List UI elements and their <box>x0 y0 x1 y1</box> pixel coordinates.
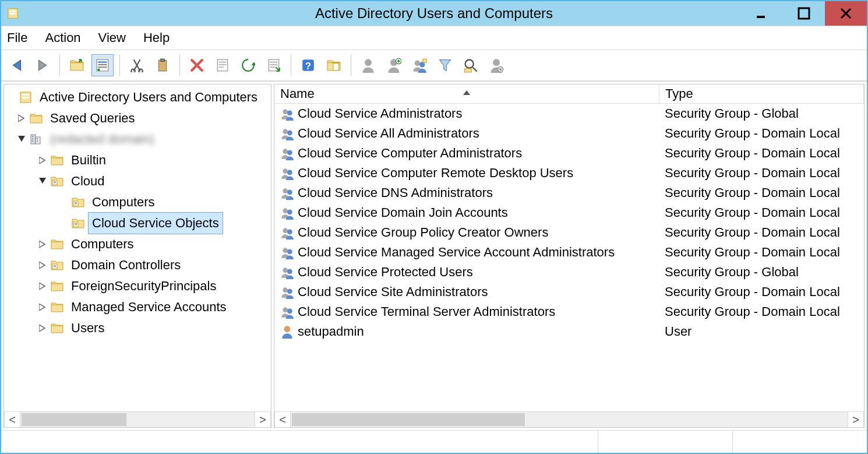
list-body: Cloud Service AdministratorsSecurity Gro… <box>274 104 864 411</box>
cell-type: Security Group - Domain Local <box>659 146 864 161</box>
tree-pane: Active Directory Users and Computers Sav… <box>3 84 271 428</box>
status-bar <box>1 430 867 453</box>
ou-icon <box>72 196 84 209</box>
collapse-icon[interactable] <box>17 135 26 144</box>
scroll-left-button[interactable]: < <box>4 412 20 427</box>
list-row[interactable]: Cloud Service Site AdministratorsSecurit… <box>274 282 864 302</box>
cut-button[interactable] <box>126 54 148 76</box>
delete-button[interactable] <box>186 54 208 76</box>
list-row[interactable]: setupadminUser <box>274 322 864 342</box>
tree-builtin[interactable]: Builtin <box>6 150 269 171</box>
tree-domain-controllers[interactable]: Domain Controllers <box>6 255 269 276</box>
group-icon <box>280 206 294 220</box>
expand-icon[interactable] <box>38 281 47 291</box>
group-icon <box>280 107 294 121</box>
tree-cloud-computers[interactable]: Computers <box>6 192 269 213</box>
list-row[interactable]: Cloud Service DNS AdministratorsSecurity… <box>274 183 864 203</box>
list-row[interactable]: Cloud Service Group Policy Creator Owner… <box>274 223 864 242</box>
cell-type: Security Group - Global <box>659 265 864 280</box>
spacer <box>59 198 68 207</box>
list-row[interactable]: Cloud Service Computer Remote Desktop Us… <box>274 163 864 183</box>
scroll-thumb[interactable] <box>292 413 525 426</box>
tree-users[interactable]: Users <box>6 318 269 339</box>
tree-computers[interactable]: Computers <box>6 234 269 255</box>
tree-cloud-service-objects[interactable]: Cloud Service Objects <box>6 213 269 234</box>
window-title: Active Directory Users and Computers <box>1 5 867 22</box>
list-row[interactable]: Cloud Service Protected UsersSecurity Gr… <box>274 262 864 282</box>
back-button[interactable] <box>6 54 28 76</box>
list-pane: Name Type Cloud Service AdministratorsSe… <box>274 84 865 428</box>
group-icon <box>280 265 294 279</box>
tree-label: Computers <box>67 233 138 255</box>
tree-domain[interactable]: (redacted domain) <box>6 129 269 150</box>
group-icon <box>280 285 294 299</box>
app-icon <box>19 91 32 104</box>
expand-icon[interactable] <box>38 302 47 312</box>
tree-cloud[interactable]: Cloud <box>6 171 269 192</box>
scroll-thumb[interactable] <box>22 413 126 426</box>
spacer <box>59 219 68 228</box>
menu-view[interactable]: View <box>98 30 126 45</box>
status-segment <box>1 431 598 453</box>
tree-msa[interactable]: Managed Service Accounts <box>6 297 269 318</box>
column-name-label: Name <box>280 86 315 101</box>
new-ou-button[interactable] <box>408 54 431 76</box>
list-row[interactable]: Cloud Service Managed Service Account Ad… <box>274 242 864 262</box>
properties-button[interactable] <box>211 54 234 76</box>
column-type[interactable]: Type <box>659 85 864 103</box>
list-row[interactable]: Cloud Service Domain Join AccountsSecuri… <box>274 203 864 223</box>
cell-name: Cloud Service Site Administrators <box>274 284 659 300</box>
refresh-button[interactable] <box>237 54 259 76</box>
tree-root[interactable]: Active Directory Users and Computers <box>6 87 269 108</box>
list-row[interactable]: Cloud Service All AdministratorsSecurity… <box>274 124 864 143</box>
list-row[interactable]: Cloud Service Terminal Server Administra… <box>274 302 864 322</box>
tree-fsp[interactable]: ForeignSecurityPrincipals <box>6 276 269 297</box>
toolbar-separator <box>119 55 120 76</box>
tree-hscroll[interactable]: < > <box>4 411 271 427</box>
filter-button[interactable] <box>434 54 456 76</box>
menu-file[interactable]: File <box>7 30 27 45</box>
scroll-right-button[interactable]: > <box>848 412 864 427</box>
column-name[interactable]: Name <box>274 85 659 103</box>
list-header: Name Type <box>274 85 864 104</box>
add-to-group-button[interactable] <box>485 54 507 76</box>
menu-action[interactable]: Action <box>45 30 80 45</box>
list-row[interactable]: Cloud Service AdministratorsSecurity Gro… <box>274 104 864 124</box>
copy-button[interactable] <box>151 54 174 76</box>
expand-icon[interactable] <box>17 114 26 123</box>
collapse-icon[interactable] <box>38 177 47 186</box>
cell-name: Cloud Service Computer Administrators <box>274 146 659 161</box>
export-list-button[interactable] <box>263 54 285 76</box>
scroll-track[interactable] <box>291 412 848 427</box>
domain-icon <box>30 133 43 146</box>
new-user-button[interactable] <box>357 54 379 76</box>
row-name: Cloud Service DNS Administrators <box>298 185 493 200</box>
expand-icon[interactable] <box>38 261 47 270</box>
up-button[interactable] <box>66 54 88 76</box>
search-button[interactable] <box>460 54 482 76</box>
row-type: Security Group - Global <box>665 265 799 280</box>
tree-saved-queries[interactable]: Saved Queries <box>6 108 269 129</box>
tree-domain-label: (redacted domain) <box>46 128 158 150</box>
help-button[interactable] <box>297 54 319 76</box>
find-button[interactable] <box>323 54 345 76</box>
row-name: Cloud Service Managed Service Account Ad… <box>298 245 615 260</box>
scroll-track[interactable] <box>20 412 255 427</box>
cell-name: Cloud Service All Administrators <box>274 126 659 141</box>
new-group-button[interactable] <box>383 54 405 76</box>
group-icon <box>280 166 294 180</box>
show-hide-tree-button[interactable] <box>91 54 114 76</box>
list-row[interactable]: Cloud Service Computer AdministratorsSec… <box>274 143 864 163</box>
ou-icon <box>51 259 63 272</box>
cell-type: Security Group - Domain Local <box>659 166 864 181</box>
list-hscroll[interactable]: < > <box>274 411 864 427</box>
menu-help[interactable]: Help <box>143 30 170 45</box>
row-name: Cloud Service Computer Administrators <box>298 146 522 161</box>
expand-icon[interactable] <box>38 323 47 333</box>
row-name: Cloud Service Terminal Server Administra… <box>298 304 555 319</box>
expand-icon[interactable] <box>38 240 47 249</box>
expand-icon[interactable] <box>38 156 47 165</box>
scroll-right-button[interactable]: > <box>255 412 271 427</box>
scroll-left-button[interactable]: < <box>274 412 291 427</box>
forward-button[interactable] <box>31 54 54 76</box>
